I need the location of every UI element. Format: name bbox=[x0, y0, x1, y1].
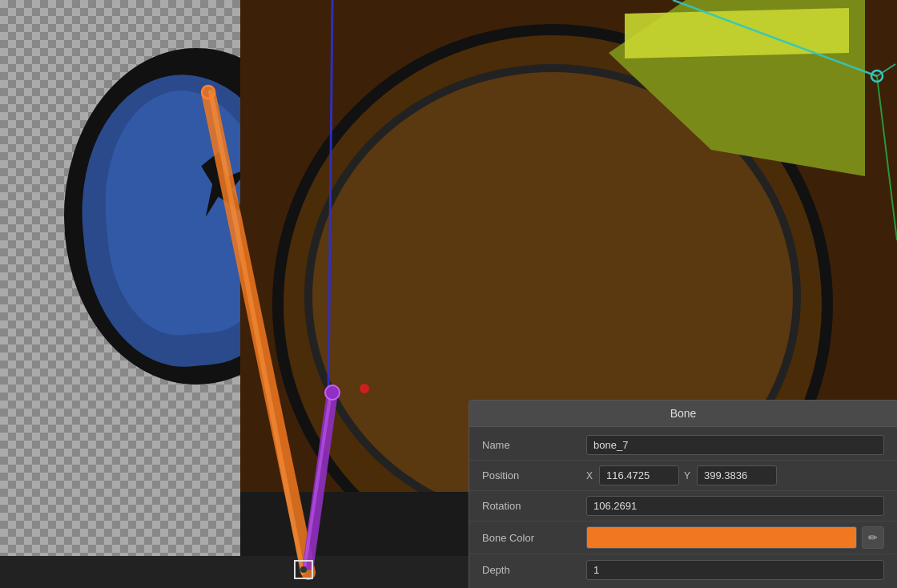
name-value bbox=[586, 435, 884, 455]
depth-value bbox=[586, 560, 884, 580]
position-label: Position bbox=[482, 469, 586, 481]
rotation-row: Rotation bbox=[469, 491, 897, 522]
name-label: Name bbox=[482, 439, 586, 451]
rotation-value bbox=[586, 496, 884, 516]
x-input[interactable] bbox=[599, 465, 679, 485]
position-value: X Y bbox=[586, 465, 884, 485]
panel-body: Name Position X Y Rotation Bone Color bbox=[469, 427, 897, 588]
name-input[interactable] bbox=[586, 435, 884, 455]
eyedropper-icon: ✏ bbox=[868, 531, 878, 544]
name-row: Name bbox=[469, 430, 897, 461]
eyedropper-button[interactable]: ✏ bbox=[862, 526, 884, 549]
depth-row: Depth bbox=[469, 554, 897, 585]
bone-color-value: ✏ bbox=[586, 526, 884, 549]
x-axis-label: X bbox=[586, 470, 593, 481]
y-input[interactable] bbox=[697, 465, 777, 485]
y-axis-label: Y bbox=[684, 470, 690, 481]
rotation-label: Rotation bbox=[482, 500, 586, 512]
position-row: Position X Y bbox=[469, 461, 897, 491]
rotation-input[interactable] bbox=[586, 496, 884, 516]
depth-label: Depth bbox=[482, 564, 586, 576]
bone-color-label: Bone Color bbox=[482, 532, 586, 544]
panel-title: Bone bbox=[469, 401, 897, 427]
color-swatch[interactable] bbox=[586, 526, 857, 549]
bone-color-row: Bone Color ✏ bbox=[469, 522, 897, 554]
depth-input[interactable] bbox=[586, 560, 884, 580]
bone-panel: Bone Name Position X Y Rotation bbox=[469, 400, 897, 588]
